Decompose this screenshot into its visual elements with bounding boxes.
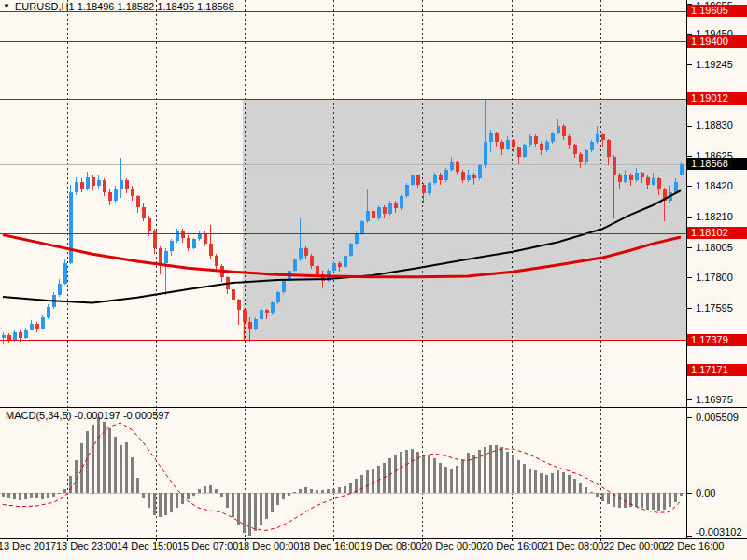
candle-body [613, 157, 616, 175]
time-axis-label: 19 Dec 08:00 [360, 540, 420, 553]
candle-body [170, 241, 174, 251]
macd-histogram-bar [456, 466, 458, 493]
candle-body [534, 136, 538, 144]
chart-title: EURUSD,H1 1.18496 1.18582 1.18495 1.1856… [15, 1, 234, 13]
candle-body [7, 335, 11, 340]
price-tick-label: 1.19245 [696, 59, 746, 71]
candle-body [164, 251, 168, 263]
candle-body [506, 140, 510, 149]
level-price-label: 1.19012 [687, 92, 747, 105]
macd-histogram-bar [562, 472, 565, 493]
candle-body [557, 126, 560, 133]
candle-body [641, 173, 644, 177]
candle-body [383, 207, 387, 214]
macd-histogram-bar [388, 458, 391, 493]
candle-body [355, 233, 359, 244]
macd-histogram-bar [484, 447, 486, 493]
candle-body [360, 221, 364, 233]
candle-body [30, 324, 34, 330]
candle-body [58, 284, 62, 295]
macd-histogram-bar [125, 442, 128, 493]
candle-body [209, 244, 213, 256]
candle-body [41, 317, 45, 329]
macd-values-label: -0.000197 -0.000597 [74, 410, 169, 421]
candle-body [338, 263, 342, 267]
candle-body [607, 140, 611, 157]
candle-body [472, 175, 476, 178]
candle-body [484, 142, 487, 165]
candle-body [204, 233, 207, 244]
macd-histogram-bar [52, 493, 55, 497]
candle-body [573, 145, 577, 154]
macd-histogram-bar [2, 493, 5, 497]
candle-body [254, 319, 258, 329]
candle-body [551, 133, 555, 142]
macd-histogram-bar [120, 445, 122, 493]
macd-histogram-bar [47, 493, 49, 498]
candle-body [400, 196, 403, 208]
candle-body [125, 180, 129, 189]
candle-body [215, 256, 218, 266]
macd-histogram-bar [35, 493, 38, 498]
macd-histogram-bar [131, 457, 134, 493]
symbol-period-label: EURUSD,H1 [15, 1, 75, 12]
macd-histogram-bar [624, 493, 627, 508]
candle-body [545, 142, 549, 150]
macd-histogram-bar [360, 475, 363, 493]
candle-body [120, 180, 123, 189]
candle-body [86, 177, 90, 189]
candle-body [265, 310, 269, 313]
macd-histogram-bar [293, 492, 296, 493]
candle-body [629, 175, 633, 180]
macd-histogram-bar [288, 493, 290, 496]
macd-histogram-bar [316, 490, 318, 493]
candle-body [635, 173, 639, 180]
macd-histogram-bar [63, 489, 66, 493]
candle-body [489, 133, 493, 142]
price-tick-label: 1.18830 [696, 119, 746, 132]
candle-body [523, 145, 527, 157]
macd-histogram-bar [310, 489, 313, 493]
level-price-label: 1.17171 [687, 364, 747, 376]
macd-histogram-bar [80, 443, 83, 493]
macd-histogram-bar [204, 486, 206, 493]
candle-body [159, 248, 162, 263]
macd-histogram-bar [646, 493, 649, 510]
macd-histogram-bar [232, 493, 234, 517]
macd-histogram-bar [30, 493, 33, 498]
macd-histogram-bar [372, 469, 374, 493]
macd-histogram-bar [551, 473, 554, 493]
macd-histogram-bar [618, 493, 621, 508]
macd-histogram-bar [276, 493, 279, 505]
chart-canvas[interactable] [0, 0, 747, 560]
candle-body [248, 322, 252, 329]
macd-histogram-bar [607, 493, 610, 504]
macd-histogram-bar [495, 445, 498, 493]
macd-histogram-bar [394, 455, 397, 493]
candle-body [624, 175, 627, 182]
ohlc-values-label: 1.18496 1.18582 1.18495 1.18568 [78, 1, 234, 12]
candle-body [512, 140, 515, 147]
candle-body [114, 189, 118, 201]
macd-histogram-bar [304, 487, 307, 493]
candle-body [590, 142, 594, 150]
candle-body [310, 256, 314, 266]
macd-histogram-bar [674, 493, 677, 502]
candle-body [304, 248, 308, 256]
price-tick-label: 1.17800 [696, 272, 746, 284]
candle-body [142, 207, 146, 218]
macd-histogram-bar [187, 493, 190, 499]
candle-body [540, 144, 543, 150]
time-axis-label: 18 Dec 16:00 [299, 540, 359, 553]
time-axis-label: 14 Dec 15:00 [117, 540, 176, 553]
macd-histogram-bar [652, 493, 655, 510]
candle-body [680, 164, 684, 175]
macd-histogram-bar [92, 425, 94, 494]
candle-body [428, 183, 431, 193]
price-tick-label: 1.18005 [696, 242, 746, 254]
macd-histogram-bar [433, 458, 436, 493]
candle-body [232, 289, 235, 300]
macd-histogram-bar [170, 493, 173, 512]
macd-histogram-bar [669, 493, 671, 507]
macd-histogram-bar [226, 493, 229, 508]
